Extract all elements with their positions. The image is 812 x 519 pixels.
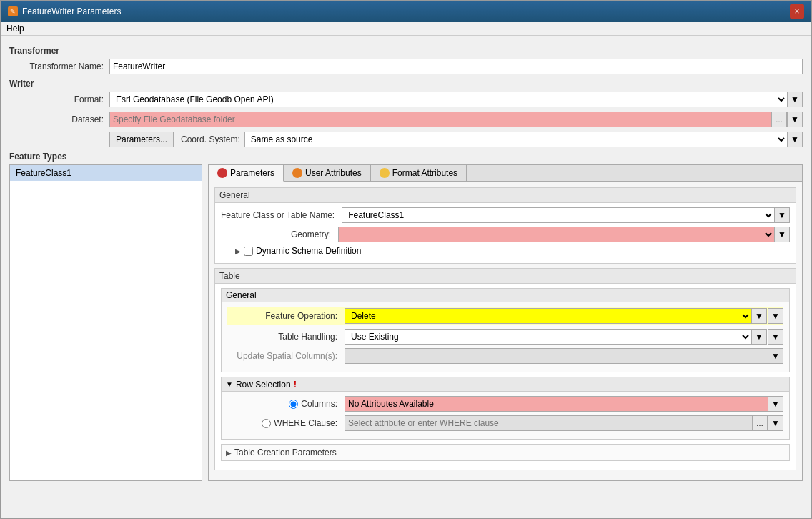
ellipsis-icon-2: … xyxy=(756,420,763,427)
tab-user-attributes[interactable]: User Attributes xyxy=(284,165,371,181)
menu-bar: Help xyxy=(1,22,811,36)
table-handling-row: Table Handling: Use Existing ▼ xyxy=(227,329,783,345)
table-general-header: General xyxy=(222,289,789,302)
coord-label: Coord. System: xyxy=(181,134,244,144)
transformer-section-label: Transformer xyxy=(9,46,803,56)
where-input-wrapper: … ▼ xyxy=(345,415,783,431)
transformer-name-row: Transformer Name: xyxy=(9,59,803,74)
table-handling-extra-btn[interactable]: ▼ xyxy=(768,329,783,345)
chevron-down-icon-6: ▼ xyxy=(755,311,763,321)
update-spatial-dropdown-btn: ▼ xyxy=(768,348,783,364)
feature-list-item[interactable]: FeatureClass1 xyxy=(10,165,202,181)
format-row: Format: Esri Geodatabase (File Geodb Ope… xyxy=(9,92,803,107)
dataset-dropdown-btn[interactable]: ▼ xyxy=(787,112,803,127)
tab-parameters[interactable]: Parameters xyxy=(209,165,284,182)
feature-types-label: Feature Types xyxy=(9,152,803,162)
columns-radio-label: Columns: xyxy=(227,399,342,409)
feature-class-select-wrapper: FeatureClass1 ▼ xyxy=(342,207,790,223)
title-bar-left: ✎ FeatureWriter Parameters xyxy=(8,6,122,16)
table-handling-dropdown-btn[interactable]: ▼ xyxy=(751,329,767,345)
row-selection-body: Columns: No Attributes Available ▼ xyxy=(222,392,789,439)
dataset-input-group: … ▼ xyxy=(109,112,803,127)
chevron-down-icon-3: ▼ xyxy=(791,134,799,144)
chevron-down-icon-9: ▼ xyxy=(771,399,780,409)
update-spatial-select-wrapper: ▼ xyxy=(345,348,783,364)
general-subsection-body: Feature Class or Table Name: FeatureClas… xyxy=(215,203,796,263)
title-bar: ✎ FeatureWriter Parameters × xyxy=(1,1,811,22)
parameters-tab-icon xyxy=(217,168,227,178)
geometry-select-wrapper: ▼ xyxy=(338,227,790,242)
dataset-input[interactable] xyxy=(109,112,771,127)
row-selection-section: ▼ Row Selection ! Columns: xyxy=(221,377,790,440)
where-radio[interactable] xyxy=(262,419,271,428)
table-subsection: Table General Feature Operation: xyxy=(214,268,796,470)
geometry-select[interactable] xyxy=(338,227,774,242)
where-dropdown-btn[interactable]: ▼ xyxy=(768,415,783,431)
format-dropdown-btn[interactable]: ▼ xyxy=(787,92,803,107)
feature-operation-select[interactable]: Delete xyxy=(345,308,751,324)
coord-dropdown-btn[interactable]: ▼ xyxy=(787,132,803,147)
format-attrs-tab-label: Format Attributes xyxy=(392,168,457,178)
table-creation-label: Table Creation Parameters xyxy=(234,448,337,458)
geometry-dropdown-btn[interactable]: ▼ xyxy=(774,227,790,242)
arrow-icon-2: ▼ xyxy=(771,332,780,342)
general-subsection: General Feature Class or Table Name: Fea… xyxy=(214,187,796,264)
chevron-down-icon-5: ▼ xyxy=(778,229,786,239)
row-selection-label: Row Selection xyxy=(236,380,291,390)
columns-radio[interactable] xyxy=(289,400,298,409)
table-general-inner: General Feature Operation: Delete xyxy=(221,288,790,372)
update-spatial-label: Update Spatial Column(s): xyxy=(227,351,342,361)
coord-select-wrapper: Same as source ▼ xyxy=(244,132,803,147)
warning-icon: ! xyxy=(294,379,297,390)
params-coord-row: Parameters... Coord. System: Same as sou… xyxy=(9,132,803,147)
dynamic-schema-label: Dynamic Schema Definition xyxy=(256,246,361,256)
where-clause-row: WHERE Clause: … ▼ xyxy=(227,415,783,431)
writer-section-label: Writer xyxy=(9,79,803,89)
transformer-name-label: Transformer Name: xyxy=(9,61,109,71)
geometry-label: Geometry: xyxy=(221,229,335,239)
window-icon: ✎ xyxy=(8,6,18,16)
feature-types-panel: FeatureClass1 Parameters User Attributes xyxy=(9,164,803,481)
table-handling-label: Table Handling: xyxy=(227,332,342,342)
expand-icon[interactable]: ▶ xyxy=(235,247,241,255)
dynamic-schema-checkbox[interactable] xyxy=(244,247,253,256)
chevron-down-icon-10: ▼ xyxy=(771,418,780,428)
feature-class-label: Feature Class or Table Name: xyxy=(221,210,339,220)
right-panel: Parameters User Attributes Format Attrib… xyxy=(208,164,803,481)
main-window: ✎ FeatureWriter Parameters × Help Transf… xyxy=(0,0,812,519)
table-creation-header[interactable]: ▶ Table Creation Parameters xyxy=(222,445,789,460)
row-selection-header: ▼ Row Selection ! xyxy=(222,377,789,392)
parameters-tab-label: Parameters xyxy=(230,168,274,178)
chevron-down-icon-2: ▼ xyxy=(791,114,799,124)
general-subsection-header: General xyxy=(215,188,796,203)
geometry-row: Geometry: ▼ xyxy=(221,227,790,242)
parameters-button[interactable]: Parameters... xyxy=(109,132,174,147)
close-button[interactable]: × xyxy=(790,4,804,19)
feature-list: FeatureClass1 xyxy=(9,164,202,481)
row-selection-collapse-arrow[interactable]: ▼ xyxy=(226,380,233,388)
tab-format-attributes[interactable]: Format Attributes xyxy=(371,165,467,181)
where-label: WHERE Clause: xyxy=(274,418,337,428)
table-handling-select[interactable]: Use Existing xyxy=(345,329,751,345)
feature-op-extra-btn[interactable]: ▼ xyxy=(768,308,783,324)
transformer-name-input[interactable] xyxy=(109,59,803,74)
arrow-icon: ▼ xyxy=(771,311,780,321)
dataset-browse-btn[interactable]: … xyxy=(771,112,787,127)
where-input[interactable] xyxy=(345,415,752,431)
columns-dropdown-btn[interactable]: ▼ xyxy=(768,396,783,412)
feature-class-select[interactable]: FeatureClass1 xyxy=(342,207,774,223)
panel-content: General Feature Class or Table Name: Fea… xyxy=(209,182,802,480)
format-attrs-tab-icon xyxy=(380,168,390,178)
format-select[interactable]: Esri Geodatabase (File Geodb Open API) xyxy=(109,92,787,107)
coord-select[interactable]: Same as source xyxy=(244,132,787,147)
ellipsis-icon: … xyxy=(776,116,783,124)
where-browse-btn[interactable]: … xyxy=(752,415,768,431)
dataset-row: Dataset: … ▼ xyxy=(9,112,803,127)
columns-label: Columns: xyxy=(301,399,337,409)
menu-help[interactable]: Help xyxy=(6,24,24,34)
feature-op-dropdown-btn[interactable]: ▼ xyxy=(751,308,767,324)
table-handling-select-wrapper: Use Existing ▼ ▼ xyxy=(345,329,783,345)
table-subsection-body: General Feature Operation: Delete xyxy=(215,284,796,470)
chevron-down-icon-8: ▼ xyxy=(771,351,780,361)
feature-class-dropdown-btn[interactable]: ▼ xyxy=(774,207,790,223)
